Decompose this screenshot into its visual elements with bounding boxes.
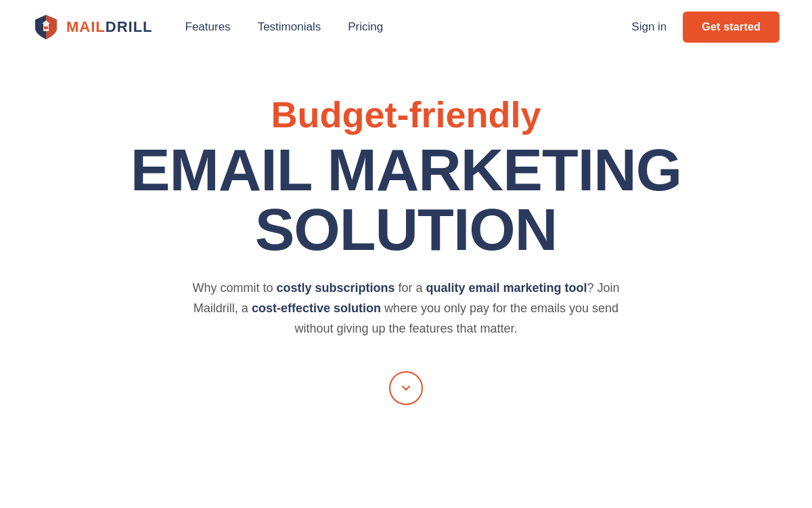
nav-item-pricing[interactable]: Pricing — [348, 20, 383, 34]
hero-desc-highlight3: cost-effective solution — [252, 301, 381, 315]
logo[interactable]: MAILDRILL — [32, 14, 153, 41]
sign-in-link[interactable]: Sign in — [631, 20, 667, 34]
chevron-down-icon — [399, 381, 413, 395]
hero-desc-highlight2: quality email marketing tool — [426, 281, 587, 295]
hero-description: Why commit to costly subscriptions for a… — [176, 278, 636, 339]
hero-section: Budget-friendly EMAIL MARKETING SOLUTION… — [0, 54, 812, 405]
hero-desc-highlight1: costly subscriptions — [276, 281, 394, 295]
hero-title-line1: EMAIL MARKETING — [131, 136, 681, 203]
svg-rect-0 — [44, 26, 48, 29]
navbar-right: Sign in Get started — [631, 12, 780, 43]
hero-subtitle: Budget-friendly — [271, 95, 541, 135]
nav-item-testimonials[interactable]: Testimonials — [258, 20, 321, 34]
hero-desc-part2: for a — [394, 281, 426, 295]
navbar: MAILDRILL Features Testimonials Pricing … — [0, 0, 812, 54]
hero-desc-part1: Why commit to — [192, 281, 276, 295]
nav-links: Features Testimonials Pricing — [185, 20, 384, 34]
hero-title: EMAIL MARKETING SOLUTION — [131, 140, 681, 259]
scroll-down-button[interactable] — [389, 371, 423, 405]
navbar-left: MAILDRILL Features Testimonials Pricing — [32, 14, 383, 41]
logo-text: MAILDRILL — [66, 18, 153, 36]
hero-title-line2: SOLUTION — [255, 196, 558, 263]
nav-item-features[interactable]: Features — [185, 20, 231, 34]
get-started-button[interactable]: Get started — [683, 12, 780, 43]
logo-icon — [32, 14, 60, 41]
